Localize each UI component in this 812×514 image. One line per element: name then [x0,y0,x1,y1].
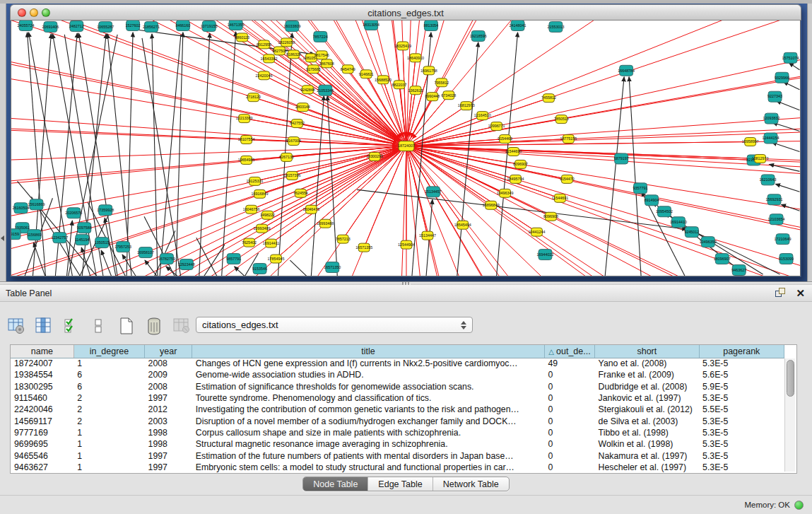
float-panel-icon[interactable] [775,288,787,299]
table-vertical-scrollbar[interactable] [784,358,795,472]
table-row[interactable]: 1938455462009Genome-wide association stu… [11,369,784,380]
table-cell[interactable]: 18724007 [11,358,73,369]
table-selector-dropdown[interactable]: citations_edges.txt [196,317,473,333]
table-cell[interactable]: Estimation of the future numbers of pati… [192,450,545,461]
table-cell[interactable]: 9115460 [11,392,73,404]
table-row[interactable]: 946362711997Embryonic stem cells: a mode… [11,462,784,473]
table-cell[interactable]: 1 [73,450,144,461]
table-cell[interactable]: 1 [73,462,144,473]
tab-network-table[interactable]: Network Table [433,477,509,491]
tab-node-table[interactable]: Node Table [303,477,368,491]
delete-column-icon[interactable] [143,315,165,337]
table-row[interactable]: 1830029562008Estimation of significance … [11,381,784,392]
network-window-titlebar[interactable]: citations_edges.txt [10,4,801,21]
table-cell[interactable]: 0 [544,427,594,438]
table-header-row[interactable]: namein_degreeyeartitle△out_de...shortpag… [11,345,784,358]
table-row[interactable]: 1456911722003Disruption of a novel membe… [11,415,784,426]
table-row[interactable]: 1872400712008Changes of HCN gene express… [11,358,784,369]
table-cell[interactable]: 1 [73,358,144,369]
table-cell[interactable]: Wolkin et al. (1998) [595,438,699,450]
table-cell[interactable]: 1997 [145,392,192,404]
table-cell[interactable]: 22420046 [11,404,73,415]
table-cell[interactable]: 2009 [145,369,192,380]
table-cell[interactable]: 5.5E-5 [699,404,784,415]
table-cell[interactable]: 2008 [145,381,192,392]
table-cell[interactable]: 5.3E-5 [699,450,784,461]
table-cell[interactable]: 0 [544,450,594,461]
table-row[interactable]: 2242004622012Investigating the contribut… [11,404,784,415]
table-cell[interactable]: Corpus callosum shape and size in male p… [192,427,545,438]
table-cell[interactable]: 14569117 [11,415,73,426]
table-cell[interactable]: 2003 [145,415,192,426]
network-view-window[interactable]: citations_edges.txt 18724007240557242069… [10,4,801,277]
table-cell[interactable]: de Silva et al. (2003) [595,415,699,426]
column-header-year[interactable]: year [145,345,192,358]
table-cell[interactable]: 5.3E-5 [699,438,784,450]
table-cell[interactable]: Changes of HCN gene expression and I(f) … [192,358,545,369]
table-cell[interactable]: 49 [544,358,594,369]
table-cell[interactable]: 2 [73,392,144,404]
table-cell[interactable]: 1998 [145,427,192,438]
table-cell[interactable]: Tibbo et al. (1998) [595,427,699,438]
table-cell[interactable]: 5.3E-5 [699,392,784,404]
table-cell[interactable]: Hescheler et al. (1997) [595,462,699,473]
table-cell[interactable]: 18300295 [11,381,73,392]
table-cell[interactable]: 5.9E-5 [699,381,784,392]
table-cell[interactable]: 0 [544,369,594,380]
network-nodes[interactable]: 1872400724055724206914062482712106552871… [11,21,799,276]
table-cell[interactable]: 1997 [145,450,192,461]
table-row[interactable]: 977716911998Corpus callosum shape and si… [11,427,784,438]
column-header-pagerank[interactable]: pagerank [699,345,784,358]
table-cell[interactable]: 2 [73,415,144,426]
table-cell[interactable]: Investigating the contribution of common… [192,404,545,415]
table-cell[interactable]: Genome-wide association studies in ADHD. [192,369,545,380]
close-panel-icon[interactable]: ✕ [796,287,805,300]
table-row[interactable]: 969969511998Structural magnetic resonanc… [11,438,784,450]
table-cell[interactable]: Dudbridge et al. (2008) [595,381,699,392]
column-header-out_de[interactable]: △out_de... [544,345,594,358]
table-cell[interactable]: 0 [544,392,594,404]
table-cell[interactable]: 6 [73,369,144,380]
black-citation-edges[interactable] [18,29,800,276]
table-cell[interactable]: 5.6E-5 [699,369,784,380]
table-cell[interactable]: 1997 [145,462,192,473]
table-cell[interactable]: 19384554 [11,369,73,380]
select-all-icon[interactable] [61,315,82,337]
collapsed-control-panel-divider[interactable] [0,4,6,281]
table-row[interactable]: 946554611997Estimation of the future num… [11,450,784,461]
table-cell[interactable]: 0 [544,404,594,415]
table-cell[interactable]: Yano et al. (2008) [595,358,699,369]
table-cell[interactable]: 0 [544,381,594,392]
table-cell[interactable]: 9777169 [11,427,73,438]
network-canvas[interactable]: 1872400724055724206914062482712106552871… [11,21,800,276]
table-cell[interactable]: 2008 [145,358,192,369]
table-cell[interactable]: 9463627 [11,462,73,473]
table-cell[interactable]: 5.3E-5 [699,427,784,438]
memory-status-indicator[interactable] [794,501,804,510]
new-column-icon[interactable] [116,315,137,337]
table-cell[interactable]: 0 [544,415,594,426]
table-cell[interactable]: Jankovic et al. (1997) [595,392,699,404]
column-header-name[interactable]: name [11,345,73,358]
scrollbar-thumb[interactable] [787,360,794,397]
table-cell[interactable]: 2 [73,404,144,415]
table-cell[interactable]: 9465546 [11,450,73,461]
table-cell[interactable]: Embryonic stem cells: a model to study s… [192,462,545,473]
table-cell[interactable]: 9699695 [11,438,73,450]
table-cell[interactable]: 2012 [145,404,192,415]
table-cell[interactable]: Stergiakouli et al. (2012) [595,404,699,415]
table-cell[interactable]: Franke et al. (2009) [595,369,699,380]
tab-edge-table[interactable]: Edge Table [368,477,433,491]
column-header-in_degree[interactable]: in_degree [73,345,144,358]
table-cell[interactable]: 0 [544,438,594,450]
collapse-arrow-icon[interactable] [1,235,4,241]
column-header-short[interactable]: short [595,345,699,358]
unselect-all-icon[interactable] [88,315,110,337]
show-column-icon[interactable] [33,315,54,337]
node-table[interactable]: namein_degreeyeartitle△out_de...shortpag… [11,345,784,473]
table-cell[interactable]: Disruption of a novel member of a sodium… [192,415,545,426]
table-cell[interactable]: Tourette syndrome. Phenomenology and cla… [192,392,545,404]
column-header-title[interactable]: title [192,345,545,358]
table-cell[interactable]: 5.3E-5 [699,415,784,426]
table-cell[interactable]: 1 [73,438,144,450]
